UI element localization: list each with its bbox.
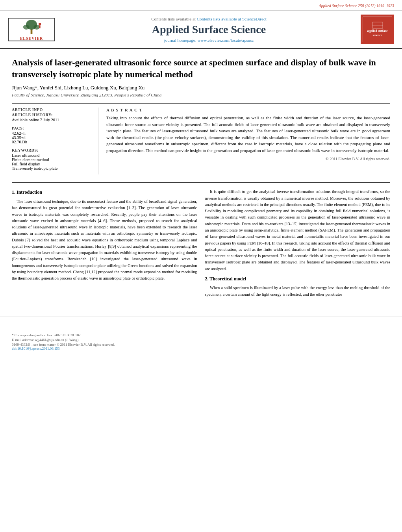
article-info: Article info Article history: Available …: [12, 108, 98, 174]
elsevier-logo: ELSEVIER: [6, 18, 57, 41]
journal-homepage: journal homepage: www.elsevier.com/locat…: [65, 38, 353, 43]
keyword2: Finite element method: [12, 158, 92, 162]
article-meta-row: Article info Article history: Available …: [12, 103, 390, 174]
affiliation: Faculty of Science, Jiangsu University, …: [12, 93, 390, 97]
elsevier-logo-box: ELSEVIER: [8, 18, 55, 41]
journal-logo-box: applied surface science: [361, 15, 394, 44]
footnote-star: * Corresponding author. Fax: +86 511 887…: [12, 333, 390, 337]
journal-logo-title: applied surface science: [365, 29, 390, 37]
keyword4: Transversely isotropic plate: [12, 166, 92, 171]
svg-point-3: [33, 24, 40, 30]
footnote-email: E-mail address: wjj4461@ujs.edu.cn (J. W…: [12, 338, 390, 342]
section2-heading: 2. Theoretical model: [205, 275, 391, 283]
journal-reference: Applied Surface Science 258 (2012) 1919–…: [319, 4, 394, 8]
pacs-label: PACS:: [12, 126, 92, 130]
svg-point-2: [23, 24, 30, 30]
keyword1: Laser ultrasound: [12, 153, 92, 158]
journal-header: ELSEVIER Contents lists available at Con…: [0, 11, 402, 49]
keywords-section: Keywords: Laser ultrasound Finite elemen…: [12, 148, 92, 171]
section1-right-para1: It is quite difficult to get the analyti…: [205, 189, 391, 272]
pacs3: 02.70.Dh: [12, 140, 92, 144]
abstract-section: A B S T R A C T Taking into account the …: [106, 108, 390, 174]
page-footer: * Corresponding author. Fax: +86 511 887…: [0, 317, 402, 354]
elsevier-tree-svg: [14, 19, 49, 35]
article-history-section: Article history: Available online 7 July…: [12, 113, 92, 122]
section1-heading: 1. Introduction: [12, 189, 197, 196]
footnote-email-text: E-mail address: wjj4461@ujs.edu.cn (J. W…: [12, 338, 80, 342]
available-online: Available online 7 July 2011: [12, 118, 92, 122]
journal-title: Applied Surface Science: [65, 23, 353, 36]
abstract-text: Taking into account the effects of therm…: [106, 115, 390, 154]
journal-logo-icon: [372, 21, 383, 29]
sciencedirect-text: Contents lists available at ScienceDirec…: [197, 17, 267, 21]
journal-logo-right: applied surface science: [361, 15, 396, 44]
svg-point-4: [39, 22, 41, 25]
svg-rect-5: [39, 25, 41, 28]
section2-heading-text: 2. Theoretical model: [205, 276, 246, 282]
footer-license: 0169-4332/$ – see front matter © 2011 El…: [12, 343, 390, 347]
journal-logo-inner: applied surface science: [363, 17, 392, 42]
keywords-label: Keywords:: [12, 148, 92, 152]
pacs1: 42.62−h: [12, 131, 92, 135]
body-col-right: It is quite difficult to get the analyti…: [205, 189, 391, 301]
section1-heading-text: 1. Introduction: [12, 189, 42, 195]
journal-center: Contents lists available at Contents lis…: [57, 17, 361, 43]
pacs-section: PACS: 42.62−h 43.35+d 02.70.Dh: [12, 126, 92, 144]
section-divider: [12, 182, 390, 183]
body-col-left: 1. Introduction The laser ultrasound tec…: [12, 189, 197, 301]
abstract-label: A B S T R A C T: [106, 108, 390, 112]
keyword3: Full field display: [12, 162, 92, 166]
article-info-section-label: Article info: [12, 108, 92, 112]
top-bar: Applied Surface Science 258 (2012) 1919–…: [0, 0, 402, 11]
body-columns: 1. Introduction The laser ultrasound tec…: [12, 189, 390, 301]
article-title: Analysis of laser-generated ultrasonic f…: [12, 57, 390, 80]
sciencedirect-link: Contents lists available at Contents lis…: [65, 17, 353, 21]
footer-doi: doi:10.1016/j.apsusc.2011.06.153: [12, 347, 390, 350]
copyright: © 2011 Elsevier B.V. All rights reserved…: [106, 157, 390, 161]
footer-divider: [12, 327, 390, 327]
section2-para1: When a solid specimen is illuminated by …: [205, 285, 391, 298]
section1-para1: The laser ultrasound technique, due to i…: [12, 198, 197, 282]
svg-rect-0: [31, 29, 33, 34]
article-history-label: Article history:: [12, 113, 92, 117]
authors-text: Jijun Wang*, Yunfei Shi, Lizhong Lu, Gui…: [12, 85, 144, 91]
authors: Jijun Wang*, Yunfei Shi, Lizhong Lu, Gui…: [12, 85, 390, 91]
article-content: Analysis of laser-generated ultrasonic f…: [0, 49, 402, 309]
pacs2: 43.35+d: [12, 135, 92, 140]
elsevier-brand-name: ELSEVIER: [20, 36, 43, 41]
